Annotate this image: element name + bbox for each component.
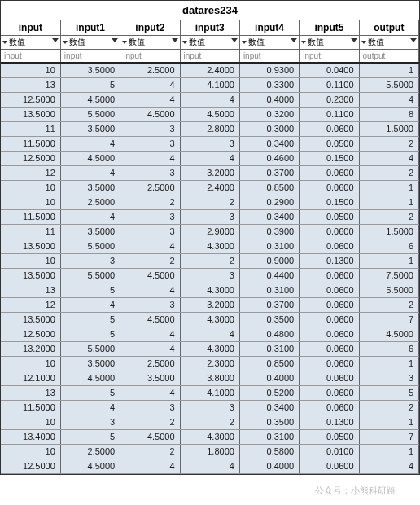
cell[interactable]: 3 [120, 224, 180, 239]
cell[interactable]: 2.5000 [60, 195, 120, 209]
col-header-output[interactable]: output [359, 20, 418, 36]
cell[interactable]: 4 [60, 136, 120, 151]
cell[interactable]: 0.3100 [239, 283, 299, 297]
table-row[interactable]: 11.50004330.34000.05002 [1, 209, 419, 224]
cell[interactable]: 3.5000 [60, 63, 120, 77]
cell[interactable]: 3 [120, 297, 180, 312]
cell[interactable]: 5.5000 [60, 268, 120, 283]
cell[interactable]: 0.0600 [300, 327, 359, 341]
cell[interactable]: 0.3400 [239, 209, 299, 224]
cell[interactable]: 4.5000 [60, 371, 120, 385]
cell[interactable]: 5 [60, 429, 120, 444]
cell[interactable]: 3 [60, 253, 120, 268]
cell[interactable]: 6 [359, 341, 418, 356]
cell[interactable]: 3 [180, 136, 239, 151]
cell[interactable]: 4.1000 [180, 385, 239, 400]
cell[interactable]: 0.3100 [239, 239, 299, 253]
cell[interactable]: 5.5000 [60, 239, 120, 253]
cell[interactable]: 3 [120, 136, 180, 151]
sort-arrow-icon[interactable] [182, 41, 187, 44]
cell[interactable]: 2.5000 [120, 356, 180, 371]
cell[interactable]: 0.3700 [239, 165, 299, 180]
cell[interactable]: 0.4000 [239, 459, 299, 473]
cell[interactable]: 0.2300 [300, 92, 359, 107]
table-row[interactable]: 13.50005.50004.500030.44000.06007.5000 [1, 268, 419, 283]
cell[interactable]: 1 [359, 195, 418, 209]
col-header-input3[interactable]: input3 [180, 20, 239, 36]
filter-arrow-icon[interactable] [231, 38, 238, 42]
filter-arrow-icon[interactable] [410, 38, 417, 42]
cell[interactable]: 2 [180, 415, 239, 429]
cell[interactable]: 4 [120, 459, 180, 473]
cell[interactable]: 5.5000 [60, 107, 120, 121]
cell[interactable]: 12.1000 [1, 371, 60, 385]
table-row[interactable]: 13544.30000.31000.06005.5000 [1, 283, 419, 297]
cell[interactable]: 0.5800 [239, 444, 299, 459]
cell[interactable]: 4.5000 [120, 312, 180, 327]
cell[interactable]: 2 [359, 165, 418, 180]
cell[interactable]: 4.5000 [60, 151, 120, 165]
cell[interactable]: 0.0500 [300, 429, 359, 444]
cell[interactable]: 2 [359, 297, 418, 312]
cell[interactable]: 0.3400 [239, 400, 299, 415]
cell[interactable]: 3 [359, 371, 418, 385]
cell[interactable]: 0.0600 [300, 224, 359, 239]
cell[interactable]: 12 [1, 165, 60, 180]
table-row[interactable]: 102.500021.80000.58000.01001 [1, 444, 419, 459]
cell[interactable]: 7.5000 [359, 268, 418, 283]
cell[interactable]: 2 [120, 195, 180, 209]
cell[interactable]: 2 [120, 253, 180, 268]
cell[interactable]: 1.5000 [359, 224, 418, 239]
cell[interactable]: 0.1300 [300, 253, 359, 268]
cell[interactable]: 13.5000 [1, 268, 60, 283]
table-row[interactable]: 13544.10000.33000.11005.5000 [1, 77, 419, 92]
cell[interactable]: 0.3300 [239, 77, 299, 92]
cell[interactable]: 5 [60, 283, 120, 297]
cell[interactable]: 13.5000 [1, 239, 60, 253]
cell[interactable]: 11 [1, 224, 60, 239]
cell[interactable]: 1 [359, 253, 418, 268]
cell[interactable]: 13.5000 [1, 107, 60, 121]
cell[interactable]: 2.3000 [180, 356, 239, 371]
cell[interactable]: 0.3400 [239, 136, 299, 151]
cell[interactable]: 0.0600 [300, 400, 359, 415]
cell[interactable]: 4.3000 [180, 341, 239, 356]
cell[interactable]: 4 [120, 92, 180, 107]
cell[interactable]: 4 [60, 209, 120, 224]
cell[interactable]: 3 [120, 209, 180, 224]
cell[interactable]: 0.2900 [239, 195, 299, 209]
cell[interactable]: 3 [180, 209, 239, 224]
cell[interactable]: 0.3000 [239, 121, 299, 136]
table-row[interactable]: 12.50005440.48000.06004.5000 [1, 327, 419, 341]
col-sub-input[interactable]: 数值 [1, 36, 60, 50]
cell[interactable]: 4 [359, 92, 418, 107]
cell[interactable]: 4 [60, 297, 120, 312]
cell[interactable]: 4.3000 [180, 283, 239, 297]
cell[interactable]: 10 [1, 356, 60, 371]
cell[interactable]: 0.8500 [239, 180, 299, 195]
cell[interactable]: 0.0600 [300, 371, 359, 385]
cell[interactable]: 10 [1, 180, 60, 195]
cell[interactable]: 5 [359, 385, 418, 400]
cell[interactable]: 0.4600 [239, 151, 299, 165]
cell[interactable]: 0.4000 [239, 371, 299, 385]
cell[interactable]: 10 [1, 444, 60, 459]
col-sub-input4[interactable]: 数值 [239, 36, 299, 50]
cell[interactable]: 3.5000 [120, 371, 180, 385]
cell[interactable]: 4.3000 [180, 312, 239, 327]
filter-arrow-icon[interactable] [52, 38, 59, 42]
cell[interactable]: 0.0600 [300, 297, 359, 312]
filter-arrow-icon[interactable] [351, 38, 357, 42]
cell[interactable]: 0.4400 [239, 268, 299, 283]
cell[interactable]: 5 [60, 77, 120, 92]
cell[interactable]: 3 [120, 400, 180, 415]
cell[interactable]: 2.4000 [180, 63, 239, 77]
cell[interactable]: 5.5000 [359, 283, 418, 297]
table-row[interactable]: 13.20005.500044.30000.31000.06006 [1, 341, 419, 356]
table-row[interactable]: 11.50004330.34000.06002 [1, 400, 419, 415]
cell[interactable]: 5.5000 [359, 77, 418, 92]
cell[interactable]: 8 [359, 107, 418, 121]
cell[interactable]: 4 [180, 459, 239, 473]
cell[interactable]: 3 [60, 415, 120, 429]
table-row[interactable]: 13.500054.50004.30000.35000.06007 [1, 312, 419, 327]
